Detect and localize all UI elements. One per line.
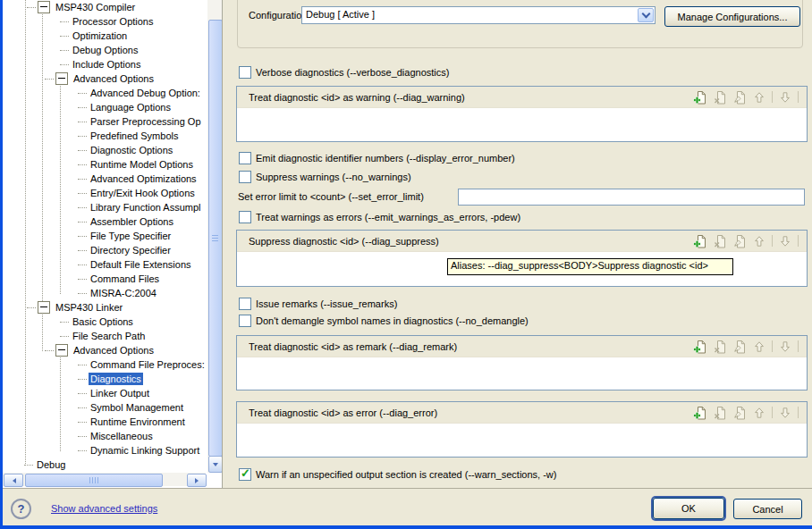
pane-divider[interactable]: [222, 0, 223, 488]
issue-remarks-checkbox[interactable]: [239, 298, 251, 310]
horizontal-scrollbar-thumb[interactable]: [25, 474, 163, 487]
move-up-icon[interactable]: [752, 90, 766, 105]
tree-item[interactable]: Directory Specifier: [3, 243, 205, 257]
collapse-minus-icon[interactable]: [55, 344, 68, 357]
delete-icon[interactable]: [713, 234, 727, 248]
tree-item[interactable]: Advanced Options: [3, 343, 205, 357]
error-limit-input[interactable]: [458, 189, 805, 206]
tree-item[interactable]: Debug Options: [3, 43, 205, 57]
move-down-icon[interactable]: [778, 406, 792, 420]
manage-configurations-button[interactable]: Manage Configurations...: [664, 6, 800, 27]
tree-item[interactable]: Linker Output: [3, 386, 205, 400]
tree-item[interactable]: Symbol Management: [3, 400, 205, 415]
move-down-icon[interactable]: [778, 340, 792, 354]
tree-item-label: Command File Preproces:: [89, 358, 205, 371]
suppress-warnings-checkbox[interactable]: [239, 171, 251, 183]
move-up-icon[interactable]: [752, 234, 766, 248]
collapse-minus-icon[interactable]: [38, 1, 50, 13]
tree-vertical-scrollbar[interactable]: [207, 0, 223, 473]
add-icon[interactable]: [693, 406, 707, 420]
move-down-icon[interactable]: [778, 90, 792, 105]
verbose-diagnostics-checkbox[interactable]: [239, 66, 251, 79]
edit-icon[interactable]: [732, 90, 747, 105]
add-icon[interactable]: [693, 90, 707, 105]
move-up-icon[interactable]: [752, 340, 766, 354]
tree-item[interactable]: File Type Specifier: [3, 229, 205, 243]
configuration-select[interactable]: Debug [ Active ]: [301, 6, 656, 24]
dropdown-button[interactable]: [638, 8, 654, 22]
tree-item-label: Optimization: [71, 29, 129, 42]
tree-item[interactable]: Default File Extensions: [3, 257, 205, 272]
tree-item[interactable]: Library Function Assumpl: [3, 200, 205, 214]
tree-item[interactable]: Command Files: [3, 272, 205, 286]
warn-sections-checkbox[interactable]: [239, 468, 251, 481]
tree-item[interactable]: Assembler Options: [3, 214, 205, 229]
tree-item-label: Advanced Optimizations: [89, 172, 199, 185]
properties-tree: MSP430 Compiler Processor Options Optimi…: [3, 0, 205, 473]
add-icon[interactable]: [693, 340, 707, 354]
diag-error-list[interactable]: [237, 424, 807, 456]
tree-item-label: Directory Specifier: [89, 244, 173, 256]
tree-item-label: Predefined Symbols: [89, 130, 180, 142]
tree-horizontal-scrollbar[interactable]: [3, 473, 206, 486]
delete-icon[interactable]: [713, 406, 727, 420]
move-up-icon[interactable]: [752, 406, 766, 420]
collapse-minus-icon[interactable]: [55, 72, 68, 85]
warnings-as-errors-row: Treat warnings as errors (--emit_warning…: [239, 211, 520, 223]
tree-item[interactable]: Dynamic Linking Support: [3, 443, 205, 458]
emit-id-checkbox[interactable]: [239, 152, 251, 164]
tree-item-label: Default File Extensions: [89, 258, 193, 271]
edit-icon[interactable]: [732, 340, 747, 354]
show-advanced-settings-link[interactable]: Show advanced settings: [51, 503, 157, 514]
diag-suppress-title: Suppress diagnostic <id> (--diag_suppres…: [249, 236, 693, 247]
tree-item-label: MSP430 Linker: [54, 301, 124, 314]
tree-item[interactable]: Debug: [3, 458, 205, 472]
tree-item[interactable]: Include Options: [3, 57, 205, 71]
scroll-left-button[interactable]: [4, 474, 23, 487]
tree-item[interactable]: Basic Options: [3, 315, 205, 329]
delete-icon[interactable]: [713, 340, 727, 354]
tree-item[interactable]: Language Options: [3, 100, 205, 114]
no-demangle-checkbox[interactable]: [239, 315, 251, 327]
vertical-scrollbar-thumb[interactable]: [208, 20, 223, 457]
tree-item-label: Include Options: [71, 58, 142, 71]
add-icon[interactable]: [693, 234, 707, 248]
collapse-minus-icon[interactable]: [38, 301, 50, 314]
tree-item[interactable]: Entry/Exit Hook Options: [3, 186, 205, 200]
tree-item[interactable]: File Search Path: [3, 329, 205, 343]
scroll-right-button[interactable]: [187, 474, 207, 487]
tree-item[interactable]: Processor Options: [3, 14, 205, 29]
help-icon[interactable]: ?: [11, 499, 31, 519]
scroll-down-button[interactable]: [208, 456, 223, 473]
arrow-down-icon: [213, 463, 218, 469]
no-demangle-row: Don't demangle symbol names in diagnosti…: [239, 315, 529, 327]
tree-item[interactable]: MISRA-C:2004: [3, 286, 205, 300]
tree-item[interactable]: Diagnostic Options: [3, 143, 205, 157]
delete-icon[interactable]: [713, 90, 727, 105]
tree-item[interactable]: Runtime Model Options: [3, 157, 205, 172]
tree-item[interactable]: Predefined Symbols: [3, 129, 205, 143]
tree-item[interactable]: Command File Preproces:: [3, 357, 205, 372]
tree-item-label: MISRA-C:2004: [89, 287, 158, 299]
diag-warning-list[interactable]: [237, 108, 807, 140]
cancel-button[interactable]: Cancel: [733, 499, 802, 519]
tree-item-label: Assembler Options: [89, 215, 175, 228]
diag-error-title: Treat diagnostic <id> as error (--diag_e…: [249, 407, 693, 418]
tree-item[interactable]: Advanced Debug Option:: [3, 86, 205, 100]
move-down-icon[interactable]: [778, 234, 792, 248]
tree-item[interactable]: Optimization: [3, 29, 205, 43]
tree-item[interactable]: Advanced Options: [3, 71, 205, 86]
tree-item[interactable]: Parser Preprocessing Op: [3, 114, 205, 129]
ok-button[interactable]: OK: [653, 498, 724, 519]
edit-icon[interactable]: [732, 234, 747, 248]
warnings-as-errors-checkbox[interactable]: [239, 211, 251, 223]
diag-remark-title: Treat diagnostic <id> as remark (--diag_…: [249, 341, 693, 352]
tree-item[interactable]: MSP430 Linker: [3, 300, 205, 315]
tree-item[interactable]: Runtime Environment: [3, 415, 205, 429]
tree-item[interactable]: MSP430 Compiler: [3, 0, 205, 14]
tree-item[interactable]: Diagnostics: [3, 372, 205, 386]
tree-item[interactable]: Miscellaneous: [3, 429, 205, 443]
edit-icon[interactable]: [732, 406, 747, 420]
tree-item[interactable]: Advanced Optimizations: [3, 172, 205, 186]
diag-remark-list[interactable]: [237, 357, 807, 389]
